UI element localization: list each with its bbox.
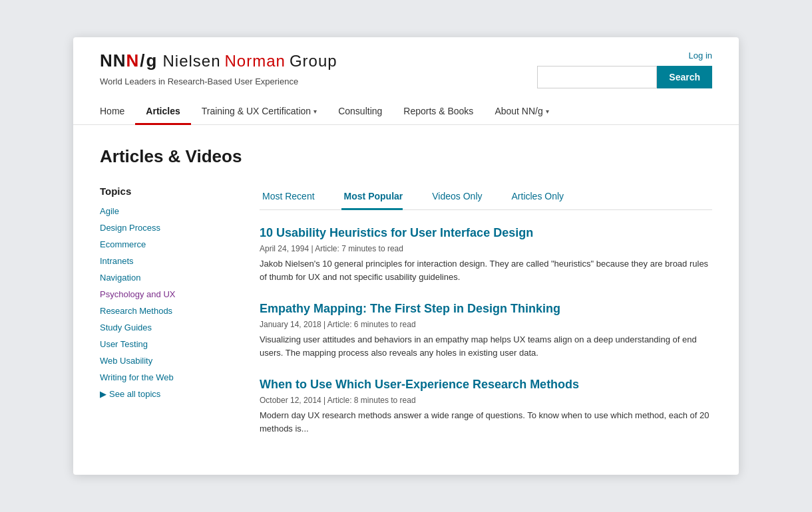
search-button[interactable]: Search	[657, 66, 712, 88]
sidebar-link-navigation[interactable]: Navigation	[100, 273, 233, 283]
articles-area: Most RecentMost PopularVideos OnlyArticl…	[233, 186, 712, 453]
search-input[interactable]	[537, 66, 657, 88]
see-all-topics-link[interactable]: ▶ See all topics	[100, 389, 233, 399]
sidebar-link-ecommerce[interactable]: Ecommerce	[100, 239, 233, 249]
tab-articles-only[interactable]: Articles Only	[509, 186, 578, 209]
article-meta: January 14, 2018 | Article: 6 minutes to…	[260, 320, 712, 329]
logo-nielsen: Nielsen	[162, 52, 220, 70]
header-right: Log in Search	[537, 51, 712, 88]
article-excerpt: Modern day UX research methods answer a …	[260, 409, 712, 435]
sidebar-link-intranets[interactable]: Intranets	[100, 256, 233, 266]
login-link[interactable]: Log in	[689, 51, 712, 61]
nav-item-consulting[interactable]: Consulting	[327, 98, 393, 124]
sidebar-link-research-methods[interactable]: Research Methods	[100, 306, 233, 316]
chevron-down-icon: ▾	[546, 108, 549, 115]
see-all-label: See all topics	[109, 389, 160, 399]
nav-item-reports---books[interactable]: Reports & Books	[393, 98, 484, 124]
article-meta: October 12, 2014 | Article: 8 minutes to…	[260, 396, 712, 405]
nav-item-articles[interactable]: Articles	[135, 98, 190, 124]
logo-n-red: N	[126, 51, 140, 71]
triangle-icon: ▶	[100, 389, 106, 399]
article-title[interactable]: When to Use Which User-Experience Resear…	[260, 378, 712, 392]
sidebar-links-container: AgileDesign ProcessEcommerceIntranetsNav…	[100, 206, 233, 382]
sidebar-link-agile[interactable]: Agile	[100, 206, 233, 216]
article-excerpt: Jakob Nielsen's 10 general principles fo…	[260, 257, 712, 283]
tab-most-popular[interactable]: Most Popular	[341, 186, 417, 209]
site-header: NNN/g Nielsen Norman Group World Leaders…	[73, 37, 739, 125]
tabs: Most RecentMost PopularVideos OnlyArticl…	[260, 186, 712, 210]
page-title: Articles & Videos	[100, 146, 712, 167]
article-item: When to Use Which User-Experience Resear…	[260, 378, 712, 435]
sidebar-link-writing-for-the-web[interactable]: Writing for the Web	[100, 372, 233, 382]
article-item: Empathy Mapping: The First Step in Desig…	[260, 302, 712, 359]
header-top: NNN/g Nielsen Norman Group World Leaders…	[100, 51, 712, 88]
sidebar-link-psychology-and-ux[interactable]: Psychology and UX	[100, 289, 233, 299]
sidebar: Topics AgileDesign ProcessEcommerceIntra…	[100, 186, 233, 453]
nav-item-home[interactable]: Home	[100, 98, 135, 124]
logo-g: g	[146, 51, 158, 71]
logo: NNN/g Nielsen Norman Group	[100, 51, 337, 71]
article-excerpt: Visualizing user attitudes and behaviors…	[260, 333, 712, 359]
chevron-down-icon: ▾	[313, 108, 317, 115]
logo-area: NNN/g Nielsen Norman Group World Leaders…	[100, 51, 337, 86]
nav-item-training---ux-certification[interactable]: Training & UX Certification▾	[191, 98, 327, 124]
search-area: Search	[537, 66, 712, 88]
tab-most-recent[interactable]: Most Recent	[260, 186, 328, 209]
tagline: World Leaders in Research-Based User Exp…	[100, 76, 337, 86]
browser-window: NNN/g Nielsen Norman Group World Leaders…	[73, 37, 739, 475]
sidebar-link-web-usability[interactable]: Web Usability	[100, 356, 233, 366]
sidebar-link-study-guides[interactable]: Study Guides	[100, 322, 233, 332]
tab-videos-only[interactable]: Videos Only	[429, 186, 495, 209]
logo-nn: NN	[100, 51, 126, 71]
main-content: Articles & Videos Topics AgileDesign Pro…	[73, 125, 739, 475]
sidebar-title: Topics	[100, 186, 233, 197]
logo-slash: /	[140, 51, 145, 71]
article-title[interactable]: 10 Usability Heuristics for User Interfa…	[260, 226, 712, 240]
nav-item-about-nn-g[interactable]: About NN/g▾	[484, 98, 559, 124]
logo-norman: Norman	[225, 52, 286, 70]
articles-container: 10 Usability Heuristics for User Interfa…	[260, 226, 712, 435]
article-title[interactable]: Empathy Mapping: The First Step in Desig…	[260, 302, 712, 316]
article-item: 10 Usability Heuristics for User Interfa…	[260, 226, 712, 283]
main-nav: HomeArticlesTraining & UX Certification▾…	[100, 98, 712, 124]
sidebar-link-design-process[interactable]: Design Process	[100, 223, 233, 233]
article-meta: April 24, 1994 | Article: 7 minutes to r…	[260, 244, 712, 253]
logo-group: Group	[290, 52, 337, 70]
sidebar-link-user-testing[interactable]: User Testing	[100, 339, 233, 349]
content-body: Articles & Videos Topics AgileDesign Pro…	[100, 146, 712, 453]
